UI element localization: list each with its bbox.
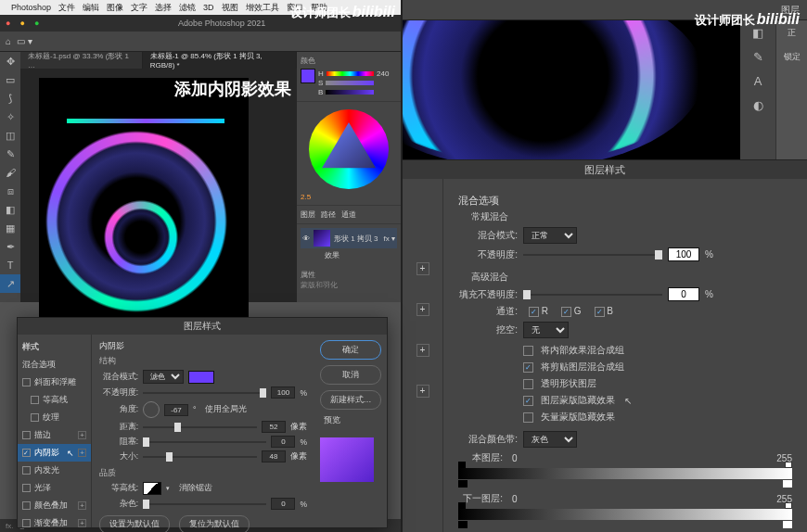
ok-button[interactable]: 确定 bbox=[320, 340, 381, 360]
channel-b-checkbox[interactable] bbox=[595, 307, 605, 317]
gradient-tool-icon[interactable]: ▦ bbox=[0, 219, 20, 237]
add-style-button[interactable]: + bbox=[416, 303, 429, 316]
channel-g-checkbox[interactable] bbox=[561, 307, 571, 317]
lasso-tool-icon[interactable]: ⟆ bbox=[0, 89, 20, 108]
blend-interior-checkbox[interactable] bbox=[523, 346, 533, 356]
menu-item[interactable]: 3D bbox=[203, 3, 214, 12]
channel-r-checkbox[interactable] bbox=[529, 307, 539, 317]
fill-opacity-input[interactable]: 0 bbox=[668, 287, 699, 301]
crop-tool-icon[interactable]: ◫ bbox=[0, 126, 20, 145]
opacity-slider[interactable] bbox=[523, 248, 662, 261]
menu-item[interactable]: 文件 bbox=[58, 2, 75, 14]
opacity-input[interactable]: 100 bbox=[668, 247, 699, 261]
style-item[interactable]: 描边+ bbox=[18, 426, 91, 444]
style-item[interactable]: 内发光 bbox=[18, 462, 91, 479]
fill-opacity-slider[interactable] bbox=[523, 288, 662, 301]
fg-color-swatch[interactable] bbox=[301, 69, 315, 83]
menu-item[interactable]: 选择 bbox=[155, 2, 172, 14]
add-style-button[interactable]: + bbox=[416, 385, 429, 398]
color-wheel[interactable] bbox=[309, 109, 389, 189]
blend-clipped-checkbox[interactable] bbox=[523, 362, 533, 373]
menu-item[interactable]: 文字 bbox=[131, 2, 147, 14]
layer-mask-hides-checkbox[interactable] bbox=[523, 396, 533, 406]
menu-item[interactable]: 滤镜 bbox=[179, 2, 196, 14]
blend-if-select[interactable]: 灰色 bbox=[523, 431, 577, 448]
color-panel[interactable]: 颜色 H240 S B bbox=[297, 52, 401, 101]
style-item[interactable]: 混合选项 bbox=[18, 356, 91, 374]
angle-dial[interactable] bbox=[143, 401, 160, 418]
pen-tool-icon[interactable]: ✒ bbox=[0, 237, 20, 256]
layer-row[interactable]: 👁 形状 1 拷贝 3 fx ▾ bbox=[301, 228, 397, 248]
canvas[interactable] bbox=[403, 20, 740, 178]
document-tab[interactable]: 未标题-1 @ 85.4% (形状 1 拷贝 3, RGB/8) * bbox=[143, 52, 297, 69]
add-style-button[interactable]: + bbox=[416, 344, 429, 357]
eraser-tool-icon[interactable]: ◧ bbox=[0, 200, 20, 219]
size-slider[interactable] bbox=[143, 451, 257, 462]
menu-item[interactable]: Photoshop bbox=[11, 3, 51, 12]
panel-tab[interactable]: 图层 bbox=[774, 0, 807, 20]
reset-default-button[interactable]: 复位为默认值 bbox=[179, 515, 250, 532]
color-swatch[interactable] bbox=[188, 371, 214, 384]
fx-line[interactable]: 效果 bbox=[301, 248, 397, 262]
home-icon[interactable]: ⌂ bbox=[6, 36, 11, 46]
wand-tool-icon[interactable]: ✧ bbox=[0, 108, 20, 126]
menu-item[interactable]: 视图 bbox=[222, 2, 238, 14]
add-style-button[interactable]: + bbox=[416, 262, 429, 275]
menu-item[interactable]: 窗口 bbox=[287, 2, 303, 14]
contour-picker[interactable] bbox=[143, 482, 161, 495]
swatches-icon[interactable]: ◧ bbox=[740, 20, 775, 44]
style-item-inner-shadow[interactable]: 内阴影↖+ bbox=[18, 444, 91, 462]
layers-panel-header[interactable]: 图层 路径 通道 bbox=[297, 206, 401, 223]
color-wheel-panel[interactable]: 2.5 bbox=[297, 102, 401, 205]
eyedropper-tool-icon[interactable]: ✎ bbox=[0, 145, 20, 163]
panel-tab[interactable]: 路径 bbox=[321, 209, 336, 220]
distance-slider[interactable] bbox=[143, 422, 257, 433]
noise-slider[interactable] bbox=[143, 499, 266, 510]
style-item[interactable]: 纹理 bbox=[18, 409, 91, 426]
character-icon[interactable]: A bbox=[740, 69, 775, 93]
layers-panel[interactable]: 👁 形状 1 拷贝 3 fx ▾ 效果 属性 蒙版和羽化 bbox=[297, 224, 401, 302]
layer-thumbnail[interactable] bbox=[314, 230, 330, 247]
tool-preset[interactable]: ▭ ▾ bbox=[17, 36, 32, 46]
knockout-select[interactable]: 无 bbox=[523, 322, 569, 338]
text-tool-icon[interactable]: T bbox=[0, 256, 20, 274]
marquee-tool-icon[interactable]: ▭ bbox=[0, 70, 20, 89]
choke-slider[interactable] bbox=[143, 437, 266, 448]
visibility-icon[interactable]: 👁 bbox=[302, 234, 310, 243]
panel-tab[interactable]: 通道 bbox=[341, 209, 356, 220]
path-tool-icon[interactable]: ↗ bbox=[0, 274, 20, 293]
style-item[interactable]: 渐变叠加+ bbox=[18, 514, 91, 532]
set-default-button[interactable]: 设置为默认值 bbox=[99, 515, 170, 532]
new-style-button[interactable]: 新建样式… bbox=[320, 390, 381, 410]
layer-name[interactable]: 形状 1 拷贝 3 bbox=[334, 234, 378, 244]
this-layer-gradient[interactable] bbox=[458, 468, 792, 479]
adjustments-icon[interactable]: ◐ bbox=[740, 93, 775, 117]
panel-tab[interactable]: 图层 bbox=[301, 209, 315, 220]
brush-tool-icon[interactable]: 🖌 bbox=[0, 163, 20, 182]
menu-item[interactable]: 增效工具 bbox=[246, 2, 279, 14]
opacity-input[interactable]: 100 bbox=[271, 386, 295, 399]
blend-mode-select[interactable]: 滤色 bbox=[143, 370, 184, 384]
menu-item[interactable]: 图像 bbox=[107, 2, 123, 14]
document-tab[interactable]: 未标题-1.psd @ 33.3% (形状 1 … bbox=[20, 52, 143, 69]
angle-input[interactable]: -67 bbox=[164, 404, 188, 416]
options-bar[interactable]: ⌂ ▭ ▾ bbox=[0, 32, 401, 52]
opacity-slider[interactable] bbox=[143, 387, 266, 399]
transparency-shapes-checkbox[interactable] bbox=[523, 379, 533, 389]
fx-icon[interactable]: fx. bbox=[6, 522, 13, 530]
menu-item[interactable]: 帮助 bbox=[311, 2, 327, 14]
underlying-layer-gradient[interactable] bbox=[458, 509, 792, 520]
vector-mask-hides-checkbox[interactable] bbox=[523, 412, 533, 423]
blend-mode-select[interactable]: 正常 bbox=[523, 227, 577, 244]
style-item[interactable]: 斜面和浮雕 bbox=[18, 374, 91, 391]
style-item[interactable]: 等高线 bbox=[18, 391, 91, 409]
fx-badge[interactable]: fx ▾ bbox=[384, 234, 395, 243]
menu-item[interactable]: 编辑 bbox=[83, 2, 99, 14]
move-tool-icon[interactable]: ✥ bbox=[0, 52, 20, 70]
cancel-button[interactable]: 取消 bbox=[320, 365, 381, 385]
stamp-tool-icon[interactable]: ⧇ bbox=[0, 182, 20, 200]
canvas[interactable] bbox=[39, 78, 249, 337]
style-item[interactable]: 光泽 bbox=[18, 479, 91, 497]
brushes-icon[interactable]: ✎ bbox=[740, 44, 775, 69]
style-item[interactable]: 颜色叠加+ bbox=[18, 497, 91, 514]
